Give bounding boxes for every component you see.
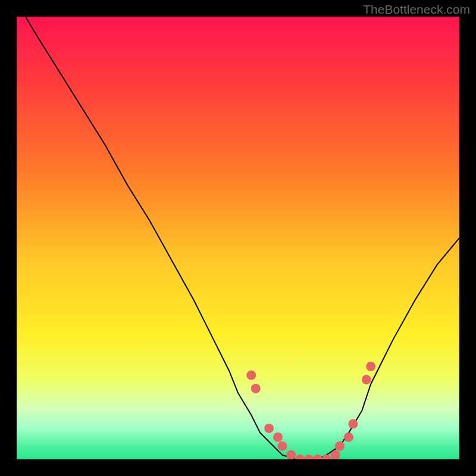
data-point-marker [246, 371, 256, 380]
data-point-marker [295, 455, 305, 459]
data-point-marker [304, 455, 314, 459]
data-point-marker [322, 455, 331, 459]
data-point-marker [273, 433, 283, 442]
watermark-text: TheBottleneck.com [363, 2, 470, 17]
data-point-marker [348, 419, 358, 429]
data-point-marker [286, 450, 296, 459]
data-point-marker [344, 433, 353, 442]
data-point-marker [313, 455, 322, 459]
data-point-marker [331, 450, 340, 459]
bottleneck-curve [17, 17, 459, 459]
data-point-marker [277, 441, 287, 451]
chart-plot-area [17, 17, 459, 459]
data-point-marker [366, 362, 375, 371]
data-point-marker [264, 424, 274, 433]
data-point-marker [335, 441, 345, 451]
data-point-marker [362, 375, 371, 384]
data-point-marker [251, 384, 261, 393]
